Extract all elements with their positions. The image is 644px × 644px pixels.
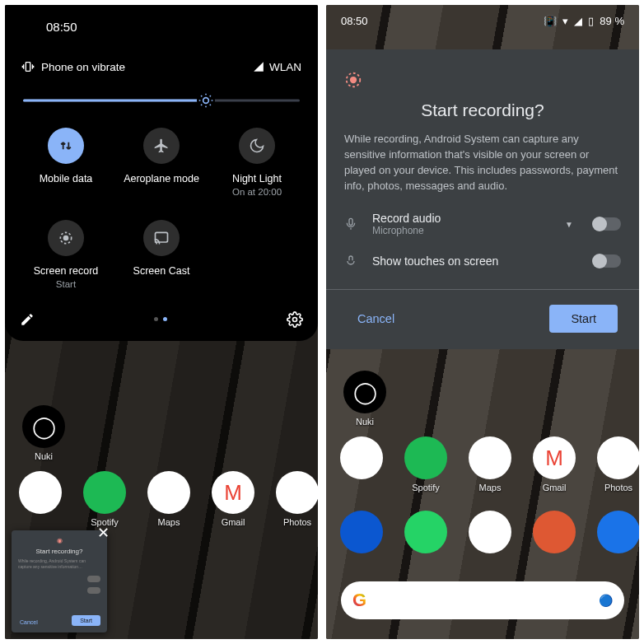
signal-icon: [253, 61, 264, 72]
app-icon-messages[interactable]: [338, 511, 385, 553]
app-icon-spotify[interactable]: Spotify: [402, 436, 450, 492]
qs-tiles-grid: Mobile data Aeroplane mode Night Light O…: [16, 128, 306, 292]
app-icon-whatsapp[interactable]: [402, 511, 450, 553]
app-icon-nuki[interactable]: ◯ Nuki: [20, 405, 68, 461]
app-icon-folder[interactable]: [338, 436, 385, 492]
battery-text: 89 %: [600, 15, 624, 27]
close-icon: ✕: [97, 524, 110, 542]
record-icon: ◉: [18, 537, 100, 544]
start-button[interactable]: Start: [549, 305, 618, 333]
mini-start: Start: [72, 615, 100, 626]
gear-icon: [287, 311, 303, 328]
vibrate-icon: [21, 60, 35, 73]
svg-point-1: [203, 98, 208, 104]
wifi-icon: ▾: [562, 15, 568, 27]
mobile-data-icon: [48, 128, 84, 164]
record-audio-toggle[interactable]: [593, 217, 621, 231]
app-icon-photos[interactable]: Photos: [273, 471, 318, 527]
cancel-button[interactable]: Cancel: [348, 306, 404, 332]
status-bar: 08:50 📳 ▾ ◢ ▯ 89 %: [326, 5, 639, 34]
screenshot-left-quick-settings: ◯ Nuki Spotify Maps MGmail Photos 08:50 …: [5, 5, 318, 639]
recents-preview-card[interactable]: ✕ ◉ Start recording? While recording, An…: [12, 530, 107, 632]
record-icon: [48, 220, 84, 256]
svg-point-3: [64, 236, 68, 240]
tile-screen-cast[interactable]: Screen Cast: [114, 220, 209, 291]
app-icon-spotify[interactable]: Spotify: [81, 471, 128, 527]
home-app-row: ◯Nuki: [341, 371, 389, 427]
screenshot-right-record-dialog: ◯Nuki Spotify Maps MGmail Photos G 🔵 08:…: [326, 5, 639, 639]
show-touches-toggle[interactable]: [593, 254, 621, 268]
app-icon-photos[interactable]: Photos: [595, 436, 639, 492]
brightness-icon: [197, 91, 215, 110]
home-app-row: Spotify Maps MGmail Photos: [338, 436, 639, 492]
app-icon-folder[interactable]: [16, 471, 64, 527]
moon-icon: [239, 128, 275, 164]
svg-point-7: [351, 77, 356, 82]
settings-button[interactable]: [287, 311, 303, 328]
vibrate-icon: 📳: [544, 15, 557, 27]
signal-icon: ◢: [574, 15, 582, 27]
svg-rect-8: [349, 219, 352, 226]
touch-icon: [344, 254, 359, 268]
tile-mobile-data[interactable]: Mobile data: [18, 128, 114, 198]
show-touches-row[interactable]: Show touches on screen: [344, 254, 621, 268]
network-status[interactable]: WLAN: [253, 61, 301, 73]
app-icon-gmail[interactable]: MGmail: [530, 436, 578, 492]
svg-rect-0: [26, 63, 30, 72]
microphone-icon: [344, 217, 359, 231]
battery-icon: ▯: [588, 15, 594, 27]
app-icon-maps[interactable]: Maps: [466, 436, 514, 492]
tile-airplane-mode[interactable]: Aeroplane mode: [114, 128, 209, 198]
svg-point-5: [293, 317, 297, 321]
app-icon-maps[interactable]: Maps: [145, 471, 193, 527]
app-icon-gmail[interactable]: MGmail: [209, 471, 257, 527]
dialog-title: Start recording?: [344, 100, 621, 120]
home-app-row: Spotify Maps MGmail Photos: [16, 471, 318, 527]
chevron-down-icon[interactable]: ▼: [565, 220, 573, 229]
app-icon-slack[interactable]: [466, 511, 514, 553]
airplane-icon: [143, 128, 180, 164]
brightness-slider[interactable]: [23, 91, 300, 110]
record-icon: [344, 71, 621, 89]
home-app-row: ◯ Nuki: [20, 405, 68, 461]
google-g-icon: G: [352, 590, 366, 611]
cast-icon: [143, 220, 180, 256]
tile-screen-record[interactable]: Screen record Start: [18, 220, 114, 291]
screen-record-dialog: Start recording? While recording, Androi…: [326, 49, 639, 349]
page-indicator: [154, 317, 167, 321]
ringer-status[interactable]: Phone on vibrate: [21, 60, 125, 73]
search-bar[interactable]: G 🔵: [341, 581, 624, 619]
quick-settings-panel: 08:50 Phone on vibrate WLAN M: [5, 5, 318, 341]
edit-tiles-button[interactable]: [20, 312, 35, 327]
tile-night-light[interactable]: Night Light On at 20:00: [209, 128, 305, 198]
dock-row: [338, 511, 639, 553]
dialog-body: While recording, Android System can capt…: [344, 132, 621, 194]
status-time: 08:50: [16, 20, 306, 34]
app-icon-duckduckgo[interactable]: [530, 511, 578, 553]
record-audio-row[interactable]: Record audio Microphone ▼: [344, 212, 621, 236]
status-time: 08:50: [341, 15, 368, 27]
app-icon-nuki[interactable]: ◯Nuki: [341, 371, 389, 427]
app-icon-camera[interactable]: [595, 511, 639, 553]
svg-rect-4: [156, 233, 168, 243]
assistant-icon[interactable]: 🔵: [599, 594, 613, 607]
pencil-icon: [20, 312, 35, 327]
close-preview-button[interactable]: ✕: [92, 522, 114, 544]
mini-cancel: Cancel: [20, 619, 38, 625]
